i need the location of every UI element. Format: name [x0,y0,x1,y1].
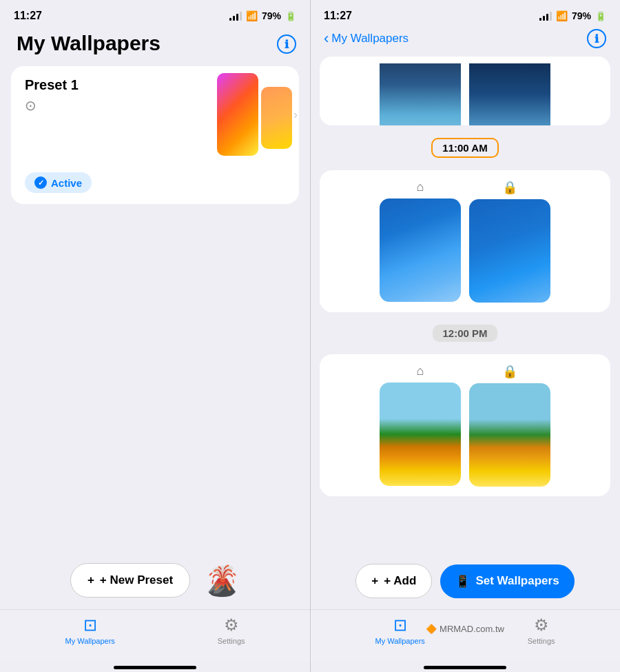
info-icon-right: ℹ [595,32,599,45]
home-slot-blue: ⌂ [380,180,461,303]
tab-settings-left[interactable]: ⚙ Settings [218,615,245,645]
tab-settings-label-right: Settings [528,637,555,645]
signal-icon [229,11,242,21]
tab-my-wallpapers-right[interactable]: ⊡ My Wallpapers [375,615,424,645]
new-preset-label: + New Preset [100,573,173,587]
blue-wallpaper-card[interactable]: ⌂ 🔒 [320,170,610,312]
back-button[interactable]: ‹ My Wallpapers [324,30,409,48]
lock-wallpaper-blue [469,199,550,303]
info-icon-left: ℹ [285,38,289,51]
right-tab-bar: ⊡ My Wallpapers ⚙ Settings [310,609,620,662]
panel-divider [310,0,311,672]
home-slot-flower: ⌂ [380,364,461,487]
wallpaper-preview: › [217,73,292,156]
left-actions: + + New Preset 🌋 [0,551,310,609]
ocean-home-wp [380,63,461,125]
tab-settings-icon-left: ⚙ [224,615,239,635]
right-status-bar: 11:27 📶 79% 🔋 [310,0,620,26]
battery-indicator: 79% [262,10,281,21]
lock-slot-icon: 🔒 [502,180,517,195]
right-panel: 11:27 📶 79% 🔋 ‹ My Wallpapers ℹ [310,0,620,672]
right-battery: 79% [572,10,591,21]
ocean-lock-wp [469,63,550,125]
tab-wallpapers-icon-left: ⊡ [83,615,97,635]
set-wallpapers-label: Set Wallpapers [475,574,559,588]
left-status-bar: 11:27 📶 79% 🔋 [0,0,310,26]
battery-icon: 🔋 [285,11,296,21]
right-wifi-icon: 📶 [556,10,568,21]
wallpaper-thumb-home [217,73,258,156]
phone-icon: 📱 [455,574,470,589]
flower-wallpaper-card[interactable]: ⌂ 🔒 [320,354,610,496]
tab-settings-right[interactable]: ⚙ Settings [528,615,555,645]
time-slot-1200: 12:00 PM [320,325,610,342]
back-label: My Wallpapers [331,32,409,45]
tab-wallpapers-icon-right: ⊡ [393,615,407,635]
lock-slot-blue: 🔒 [469,180,550,303]
time-label-1200: 12:00 PM [433,325,497,342]
right-signal-icon [539,11,552,21]
app-icon[interactable]: 🌋 [204,562,240,598]
left-status-icons: 📶 79% 🔋 [229,10,296,21]
wifi-icon: 📶 [246,10,258,21]
lock-slot-icon-2: 🔒 [502,364,517,379]
home-wallpaper-blue [380,198,461,302]
right-battery-icon: 🔋 [595,11,606,21]
tab-settings-label-left: Settings [218,637,245,645]
blue-wallpaper-images: ⌂ 🔒 [331,180,599,303]
back-arrow-icon: ‹ [324,30,329,48]
time-label-1100: 11:00 AM [431,138,498,158]
right-actions: + + Add 📱 Set Wallpapers [310,553,620,609]
lock-wallpaper-flower [469,383,550,487]
add-label: + Add [384,574,416,588]
right-nav: ‹ My Wallpapers ℹ [310,26,620,57]
left-tab-bar: ⊡ My Wallpapers ⚙ Settings [0,609,310,662]
home-indicator-left [114,666,196,669]
tab-settings-icon-right: ⚙ [534,615,549,635]
right-time: 11:27 [324,10,352,22]
app-emoji-icon: 🌋 [204,564,240,598]
flower-wallpaper-images: ⌂ 🔒 [331,364,599,487]
left-panel: 11:27 📶 79% 🔋 ℹ My Wallpapers Preset 1 [0,0,310,672]
active-badge: ✓ Active [25,172,92,193]
mrmad-logo: 🔶 [426,624,437,634]
active-label: Active [51,177,82,189]
add-plus-icon: + [371,574,378,588]
plus-icon: + [87,573,94,587]
time-slot-1100: 11:00 AM [320,138,610,158]
info-button-right[interactable]: ℹ [587,29,606,48]
mrmad-watermark: 🔶 MRMAD.com.tw [426,624,504,634]
right-bottom-bar: 🔶 MRMAD.com.tw + + Add 📱 Set Wallpapers … [310,553,620,672]
ocean-images [331,63,599,125]
home-wallpaper-flower [380,383,461,486]
check-icon: ✓ [34,176,47,189]
wallpaper-thumb-lock [261,87,292,149]
home-slot-icon: ⌂ [417,180,424,194]
tab-wallpapers-label-right: My Wallpapers [375,637,424,645]
right-status-icons: 📶 79% 🔋 [539,10,606,21]
mrmad-text: MRMAD.com.tw [440,624,504,634]
info-button-left[interactable]: ℹ [277,34,296,54]
new-preset-button[interactable]: + + New Preset [70,563,190,598]
lock-slot-flower: 🔒 [469,364,550,487]
home-slot-icon-2: ⌂ [417,364,424,378]
ocean-card-partial [320,57,610,125]
tab-wallpapers-label-left: My Wallpapers [65,637,114,645]
add-button[interactable]: + + Add [355,564,432,598]
chevron-right-icon: › [293,108,298,122]
set-wallpapers-button[interactable]: 📱 Set Wallpapers [440,564,574,598]
tab-my-wallpapers-left[interactable]: ⊡ My Wallpapers [65,615,114,645]
page-title: My Wallpapers [0,26,310,66]
left-time: 11:27 [14,10,42,22]
home-indicator-right [424,666,506,669]
preset-card[interactable]: Preset 1 ⊙ › ✓ Active [11,66,299,204]
left-bottom-bar: + + New Preset 🌋 ⊡ My Wallpapers ⚙ Setti… [0,551,310,672]
